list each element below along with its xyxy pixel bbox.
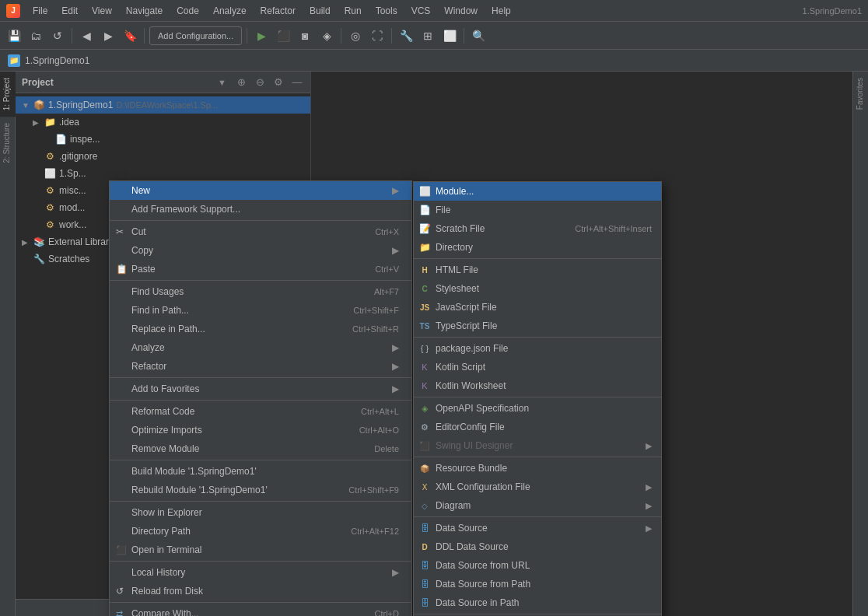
coverage-button[interactable]: ◙ [296,26,314,45]
swing-icon: ⬛ [418,439,431,452]
ctx-find-in-path-label: Find in Path... [131,305,189,316]
submenu-file[interactable]: 📄 File [414,201,661,219]
back-button[interactable]: ◀ [77,26,96,45]
ctx-build-module[interactable]: Build Module '1.SpringDemo1' [110,462,411,481]
view-breakpoints-button[interactable]: ⛶ [368,26,387,45]
panel-minus-btn[interactable]: ⊖ [253,75,267,89]
menu-navigate[interactable]: Navigate [120,4,169,18]
ctx-open-terminal[interactable]: ⬛ Open in Terminal [110,541,411,559]
menu-vcs[interactable]: VCS [405,4,437,18]
submenu-xml-config[interactable]: X XML Configuration File ▶ [414,478,661,496]
ctx-find-in-path[interactable]: Find in Path... Ctrl+Shift+F [110,301,411,320]
menu-refactor[interactable]: Refactor [254,4,302,18]
tree-idea-arrow: ▶ [33,118,44,127]
breakpoint-button[interactable]: ◎ [346,26,365,45]
toolbar-sep-3 [247,28,247,44]
submenu-scratch-file[interactable]: 📝 Scratch File Ctrl+Alt+Shift+Insert [414,219,661,238]
add-configuration-button[interactable]: Add Configuration... [149,26,242,45]
ctx-copy[interactable]: Copy ▶ [110,241,411,260]
submenu-module[interactable]: ⬜ Module... [414,182,661,201]
tree-git-icon: ⚙ [44,150,56,163]
submenu-css[interactable]: C Stylesheet [414,279,661,298]
ctx-find-usages[interactable]: Find Usages Alt+F7 [110,282,411,301]
panel-dropdown-arrow[interactable]: ▼ [218,78,226,87]
panel-minimize-btn[interactable]: — [290,75,304,89]
submenu-html[interactable]: H HTML File [414,261,661,279]
submenu-datasource-in-path[interactable]: 🗄 Data Source in Path [414,593,661,612]
run-button[interactable]: ▶ [252,26,271,45]
submenu-package-json[interactable]: { } package.json File [414,339,661,358]
submenu-editorconfig[interactable]: ⚙ EditorConfig File [414,418,661,436]
settings-button[interactable]: 🔧 [397,26,415,45]
submenu-js[interactable]: JS JavaScript File [414,298,661,317]
ctx-remove-module-shortcut: Delete [374,444,399,453]
restore-button[interactable]: ⬜ [440,26,459,45]
menu-tools[interactable]: Tools [369,4,404,18]
tree-item-inspe[interactable]: 📄 inspe... [16,131,310,148]
submenu-ddl-datasource[interactable]: D DDL Data Source [414,537,661,556]
ctx-reload[interactable]: ↺ Reload from Disk [110,582,411,600]
menu-edit[interactable]: Edit [55,4,84,18]
submenu-resource-bundle[interactable]: 📦 Resource Bundle [414,459,661,478]
menu-build[interactable]: Build [303,4,337,18]
menu-code[interactable]: Code [170,4,205,18]
submenu-swing-label: Swing UI Designer [436,440,513,451]
menu-analyze[interactable]: Analyze [207,4,253,18]
ctx-analyze[interactable]: Analyze ▶ [110,338,411,357]
ctx-replace-in-path[interactable]: Replace in Path... Ctrl+Shift+R [110,320,411,338]
ctx-rebuild-module[interactable]: Rebuild Module '1.SpringDemo1' Ctrl+Shif… [110,481,411,499]
submenu-ts[interactable]: TS TypeScript File [414,317,661,335]
submenu-json-label: package.json File [436,343,508,354]
submenu-kotlin-script[interactable]: K Kotlin Script [414,358,661,376]
ctx-local-history[interactable]: Local History ▶ [110,563,411,582]
ctx-find-in-path-shortcut: Ctrl+Shift+F [353,306,399,315]
ctx-reformat[interactable]: Reformat Code Ctrl+Alt+L [110,402,411,421]
save-all-button[interactable]: 🗂 [26,26,45,45]
submenu-datasource[interactable]: 🗄 Data Source ▶ [414,519,661,537]
ctx-paste[interactable]: 📋 Paste Ctrl+V [110,260,411,278]
menu-view[interactable]: View [86,4,118,18]
menu-help[interactable]: Help [485,4,517,18]
recent-files-button[interactable]: 🔖 [121,26,139,45]
tree-item-idea[interactable]: ▶ 📁 .idea [16,114,310,131]
submenu-directory[interactable]: 📁 Directory [414,238,661,257]
ctx-new[interactable]: New ▶ [110,181,411,200]
submenu-swing-ui[interactable]: ⬛ Swing UI Designer ▶ [414,436,661,455]
submenu-ddl-label: DDL Data Source [436,541,509,552]
profile-button[interactable]: ◈ [317,26,336,45]
terminal-icon: ⬛ [116,545,127,555]
forward-button[interactable]: ▶ [99,26,117,45]
ctx-add-framework[interactable]: Add Framework Support... [110,200,411,219]
tree-item-1sp[interactable]: ⬜ 1.Sp... [16,165,310,182]
ctx-directory-path[interactable]: Directory Path Ctrl+Alt+F12 [110,522,411,541]
submenu-diagram[interactable]: ◇ Diagram ▶ [414,496,661,515]
search-everywhere-button[interactable]: 🔍 [469,26,488,45]
ctx-refactor[interactable]: Refactor ▶ [110,357,411,376]
submenu-kotlin-worksheet[interactable]: K Kotlin Worksheet [414,376,661,395]
side-tab-structure[interactable]: 2: Structure [0,117,16,170]
ctx-remove-module[interactable]: Remove Module Delete [110,439,411,458]
submenu-openapi[interactable]: ◈ OpenAPI Specification [414,399,661,418]
ctx-compare-with[interactable]: ⇄ Compare With... Ctrl+D [110,604,411,616]
ctx-show-explorer[interactable]: Show in Explorer [110,503,411,522]
ctx-optimize-imports[interactable]: Optimize Imports Ctrl+Alt+O [110,421,411,439]
ctx-add-to-favorites[interactable]: Add to Favorites ▶ [110,380,411,398]
submenu-datasource-path[interactable]: 🗄 Data Source from Path [414,575,661,593]
menu-run[interactable]: Run [338,4,368,18]
tree-item-gitignore[interactable]: ⚙ .gitignore [16,148,310,165]
menu-file[interactable]: File [26,4,54,18]
sync-button[interactable]: ↺ [48,26,67,45]
stop-button[interactable]: ⬛ [274,26,292,45]
side-tab-favorites[interactable]: Favorites [853,72,868,116]
submenu-datasource-url[interactable]: 🗄 Data Source from URL [414,556,661,575]
layout-button[interactable]: ⊞ [418,26,437,45]
panel-add-btn[interactable]: ⊕ [234,75,248,89]
menu-window[interactable]: Window [438,4,484,18]
panel-settings-btn[interactable]: ⚙ [271,75,285,89]
save-button[interactable]: 💾 [5,26,23,45]
ctx-sep-4 [110,400,411,401]
tree-root-item[interactable]: ▼ 📦 1.SpringDemo1 D:\IDEAWorkSpace\1.Sp.… [16,96,310,114]
ctx-favorites-arrow: ▶ [392,383,399,394]
side-tab-project[interactable]: 1: Project [0,72,16,117]
ctx-cut[interactable]: ✂ Cut Ctrl+X [110,222,411,241]
